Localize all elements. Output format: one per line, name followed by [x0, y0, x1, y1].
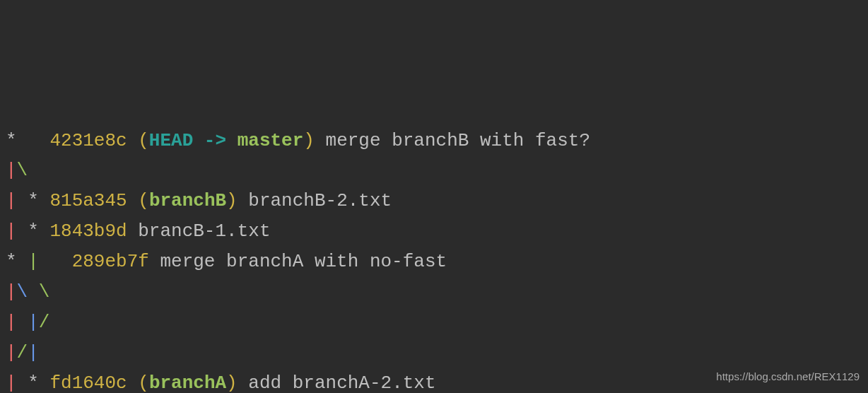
log-segment: | [6, 281, 17, 303]
log-segment: | [28, 312, 39, 333]
log-segment: merge branchA with no-fast [149, 251, 447, 272]
log-line: |/| [6, 338, 868, 368]
log-segment: | [6, 190, 28, 211]
log-segment: fd1640c [49, 373, 138, 393]
log-segment: | [28, 342, 39, 363]
log-segment: * [28, 190, 49, 211]
log-segment: add branchA-2.txt [237, 373, 436, 393]
log-line: |\ [6, 156, 868, 186]
log-segment: 289eb7f [72, 251, 149, 272]
log-segment: ( [138, 130, 149, 151]
log-line: | |/ [6, 307, 868, 338]
log-segment: | [6, 221, 28, 242]
log-segment: | [6, 342, 17, 363]
log-segment: \ [17, 160, 28, 181]
log-segment: branchB [149, 190, 226, 211]
log-segment: 815a345 [49, 190, 138, 211]
log-segment: * [6, 130, 49, 151]
log-line: |\ \ [6, 277, 868, 307]
log-segment: \ [39, 281, 50, 303]
log-segment: * [28, 373, 49, 393]
log-line: * 4231e8c (HEAD -> master) merge branchB… [6, 126, 868, 156]
log-segment: ( [138, 373, 149, 393]
log-segment: brancB-1.txt [127, 221, 271, 242]
log-line: | * 815a345 (branchB) branchB-2.txt [6, 186, 868, 216]
log-segment: / [17, 342, 28, 363]
log-segment: | [6, 373, 28, 393]
git-log-graph: * 4231e8c (HEAD -> master) merge branchB… [6, 126, 868, 393]
log-segment: merge branchB with fast? [315, 130, 590, 151]
log-segment: ( [138, 190, 149, 211]
log-segment: branchA [149, 373, 226, 393]
log-segment: ) [226, 190, 237, 211]
log-segment: | [28, 251, 71, 272]
log-segment: HEAD -> [149, 130, 237, 151]
log-segment: | [6, 160, 17, 181]
log-line: | * 1843b9d brancB-1.txt [6, 216, 868, 247]
log-segment: master [237, 130, 304, 151]
watermark: https://blog.csdn.net/REX1129 [716, 368, 860, 386]
log-segment: branchB-2.txt [237, 190, 392, 211]
log-segment: \ [17, 281, 39, 303]
log-segment: * [28, 221, 49, 242]
log-line: * | 289eb7f merge branchA with no-fast [6, 247, 868, 277]
log-segment: | [6, 312, 28, 333]
log-segment: 4231e8c [49, 130, 138, 151]
log-segment: 1843b9d [49, 221, 127, 242]
log-segment: ) [303, 130, 315, 151]
log-segment: / [39, 312, 50, 333]
log-segment: ) [226, 373, 237, 393]
log-segment: * [6, 251, 28, 272]
